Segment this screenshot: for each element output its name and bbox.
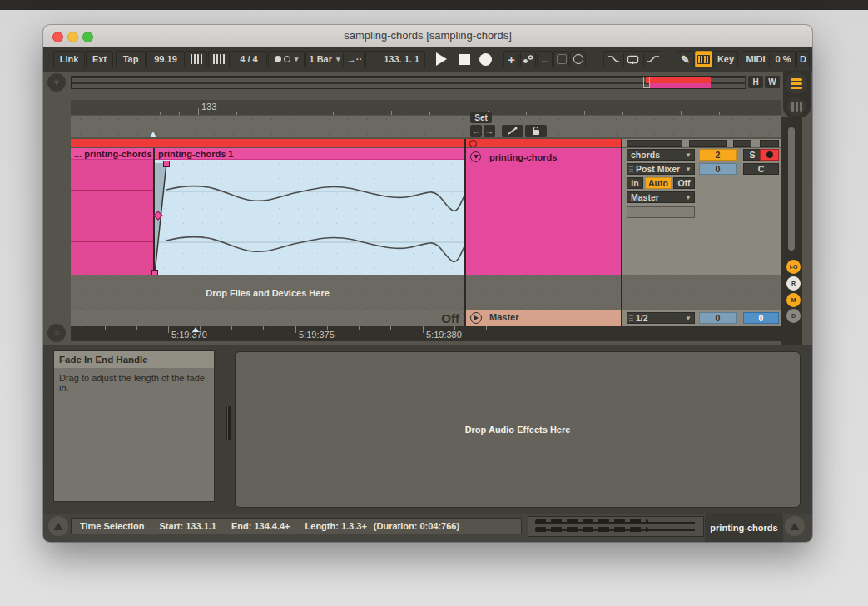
master-pan-knob[interactable]: 0 — [699, 312, 737, 324]
vertical-scrollbar[interactable] — [788, 127, 795, 251]
nudge-right-button[interactable]: → — [484, 125, 495, 137]
time-ruler[interactable]: 5:19:370 5:19:375 5:19:380 — [71, 326, 781, 341]
optimize-height-button[interactable]: H — [748, 76, 763, 88]
back-to-arrangement-button[interactable]: ← — [537, 51, 553, 67]
cue-out-menu[interactable]: 1/2▼ — [627, 312, 695, 324]
track-header-printing-chords[interactable]: printing-chords — [466, 148, 621, 275]
time-tick — [168, 326, 169, 333]
tempo-field[interactable]: 99.19 — [146, 51, 185, 67]
mixer-section-toggle[interactable]: M — [786, 293, 801, 307]
track-delay-field[interactable] — [627, 206, 695, 218]
draw-automation-button[interactable] — [502, 125, 523, 137]
io-section-toggle[interactable]: I-O — [786, 260, 801, 274]
optimize-width-button[interactable]: W — [765, 76, 780, 88]
time-signature-field[interactable]: 4 / 4 — [231, 51, 267, 67]
disk-overload-indicator: D — [796, 51, 810, 67]
clip-title-selected[interactable]: printing-chords 1 — [155, 148, 464, 160]
titlebar[interactable]: sampling-chords [sampling-chords] — [43, 25, 812, 47]
ext-button[interactable]: Ext — [86, 51, 113, 67]
metronome-button[interactable] — [268, 51, 305, 67]
overview-view-box[interactable] — [643, 77, 650, 88]
info-view-toggle-button[interactable] — [48, 516, 68, 536]
clip-title-previous[interactable]: ... printing-chords 1 — [71, 148, 153, 160]
stop-button[interactable] — [455, 51, 474, 67]
brackets-icon — [557, 54, 567, 64]
key-map-button[interactable]: Key — [713, 51, 738, 67]
nudge-left-button[interactable]: ← — [470, 125, 482, 137]
red-track-header-strip[interactable] — [466, 139, 621, 147]
master-track-header[interactable]: Master — [466, 310, 621, 326]
master-track-lane[interactable]: Off — [71, 310, 464, 326]
track-drop-zone[interactable]: Drop Files and Devices Here — [71, 275, 781, 310]
monitor-in-button[interactable]: In — [627, 177, 643, 189]
computer-midi-keyboard-button[interactable] — [695, 51, 712, 67]
audio-to-menu[interactable]: Master▼ — [627, 191, 695, 203]
session-record-button[interactable] — [553, 51, 569, 67]
automation-off-label[interactable]: Off — [441, 311, 459, 325]
quantization-menu[interactable]: 1 Bar — [305, 51, 344, 67]
piano-keyboard-icon — [697, 55, 710, 64]
master-fold-button[interactable] — [470, 312, 482, 324]
pan-center-indicator[interactable]: C — [743, 163, 779, 175]
follow-button[interactable]: →·· — [345, 51, 365, 67]
time-label: 5:19:375 — [299, 330, 335, 340]
session-view-button[interactable] — [787, 97, 806, 116]
browser-toggle-button[interactable]: ▼ — [47, 73, 66, 92]
clip-body-selected[interactable] — [155, 160, 464, 275]
link-button[interactable]: Link — [53, 51, 85, 67]
post-mixer-menu[interactable]: Post Mixer▼ — [627, 163, 695, 175]
solo-button[interactable]: S — [743, 149, 761, 161]
scrub-area[interactable] — [71, 115, 781, 137]
track-fold-button[interactable] — [470, 152, 481, 162]
arrangement-overview[interactable] — [71, 76, 746, 89]
track-pan-knob[interactable]: 0 — [699, 163, 737, 175]
device-chain-drop-zone[interactable]: Drop Audio Effects Here — [235, 351, 801, 508]
returns-section-toggle[interactable]: R — [786, 276, 801, 291]
draw-mode-button[interactable]: ✎ — [677, 51, 694, 67]
groove-pool-toggle-button[interactable]: ≈ — [47, 324, 66, 342]
master-volume-slider[interactable]: 0 — [743, 312, 779, 324]
loop-button[interactable] — [623, 51, 642, 67]
red-track-clip-strip[interactable] — [71, 139, 508, 147]
punch-out-button[interactable] — [643, 51, 662, 67]
track-lane-printing-chords: ... printing-chords 1 printing-chords 1 — [71, 148, 464, 275]
triangle-down-icon: ▼ — [52, 77, 62, 87]
device-view-resize-grip[interactable] — [226, 406, 231, 440]
audio-from-menu[interactable]: chords▼ — [627, 149, 695, 161]
track-name-label[interactable]: printing-chords — [489, 152, 557, 162]
midi-map-button[interactable]: MIDI — [742, 51, 770, 67]
beat-time-ruler[interactable]: 133 — [71, 100, 781, 115]
nudge-up-button[interactable] — [208, 51, 230, 67]
info-view-title: Fade In End Handle — [54, 351, 214, 368]
detail-view-toggle-button[interactable] — [785, 516, 805, 536]
nudge-down-button[interactable] — [186, 51, 207, 67]
master-name-label[interactable]: Master — [489, 312, 518, 322]
play-button[interactable] — [429, 51, 453, 67]
arm-record-button[interactable] — [760, 149, 779, 161]
capture-midi-button[interactable] — [570, 51, 586, 67]
tap-tempo-button[interactable]: Tap — [116, 51, 146, 67]
selected-clip-tab[interactable]: printing-chords — [705, 513, 783, 542]
set-button[interactable]: Set — [470, 112, 492, 123]
automation-arm-button[interactable] — [520, 51, 536, 67]
triangle-up-icon — [53, 523, 63, 530]
punch-in-button[interactable] — [603, 51, 622, 67]
clip-start-marker[interactable] — [150, 132, 156, 137]
drop-audio-effects-label: Drop Audio Effects Here — [465, 425, 571, 435]
clip-overview[interactable] — [528, 516, 704, 537]
monitor-auto-button[interactable]: Auto — [645, 177, 672, 189]
master-mixer-section: 1/2▼ 0 0 — [622, 310, 781, 326]
clip-body-previous[interactable] — [71, 160, 153, 275]
arrangement-position-field[interactable]: 133. 1. 1 — [365, 51, 425, 67]
selection-start-label: Start: 133.1.1 — [159, 521, 216, 531]
channel-separator — [71, 190, 153, 191]
lock-envelopes-button[interactable] — [525, 125, 547, 137]
monitor-off-button[interactable]: Off — [673, 177, 695, 189]
selection-duration-label: (Duration: 0:04:766) — [374, 521, 459, 531]
arrangement-view-button[interactable] — [786, 72, 807, 94]
fade-in-end-handle[interactable] — [163, 161, 170, 167]
track-activator-button[interactable]: 2 — [699, 149, 737, 161]
delay-section-toggle[interactable]: D — [786, 309, 801, 323]
add-tracks-button[interactable]: + — [503, 51, 519, 67]
record-button[interactable] — [475, 51, 495, 67]
